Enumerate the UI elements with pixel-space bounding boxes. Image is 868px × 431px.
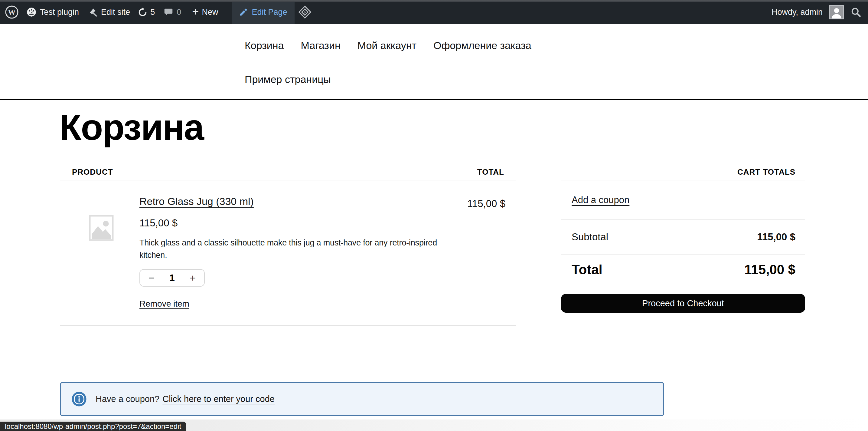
nav-item-checkout[interactable]: Оформление заказа	[433, 40, 531, 52]
wp-admin-bar: W Test plugin	[0, 0, 868, 24]
browser-page: W Test plugin	[0, 0, 868, 431]
admin-bar-test-plugin[interactable]: Test plugin	[27, 0, 79, 24]
info-icon	[72, 392, 87, 406]
plugin-diamond-icon[interactable]	[298, 0, 311, 24]
nav-item-sample-page[interactable]: Пример страницы	[245, 74, 331, 85]
total-row: Total 115,00 $	[561, 255, 805, 285]
howdy-account-menu[interactable]: Howdy, admin	[772, 0, 823, 24]
comment-count: 0	[177, 7, 181, 17]
add-coupon-link[interactable]: Add a coupon	[571, 195, 629, 205]
cart-items-table: PRODUCT TOTAL Retro Glass Jug (330 ml) 1…	[60, 164, 516, 326]
admin-bar-right: Howdy, admin	[772, 0, 868, 24]
update-count: 5	[150, 7, 155, 17]
admin-bar-new[interactable]: + New	[192, 0, 218, 24]
admin-bar-item-label: Test plugin	[40, 7, 79, 17]
total-value: 115,00 $	[744, 262, 796, 277]
nav-item-my-account[interactable]: Мой аккаунт	[358, 40, 416, 52]
remove-item-link[interactable]: Remove item	[140, 299, 189, 309]
product-image-placeholder[interactable]	[89, 215, 114, 241]
status-bar-url: localhost:8080/wp-admin/post.php?post=7&…	[0, 422, 186, 431]
coupon-banner-link[interactable]: Click here to enter your code	[162, 394, 275, 404]
quantity-increase-button[interactable]: +	[188, 273, 197, 283]
site-header: Корзина Магазин Мой аккаунт Оформление з…	[0, 24, 868, 100]
cart-totals-panel: CART TOTALS Add a coupon Subtotal 115,00…	[561, 164, 805, 313]
coupon-notice-banner: Have a coupon? Click here to enter your …	[60, 382, 664, 416]
update-icon	[138, 7, 147, 17]
cart-totals-header: CART TOTALS	[561, 164, 805, 180]
svg-text:W: W	[8, 8, 16, 17]
coupon-banner-text: Have a coupon?	[96, 394, 159, 404]
comment-icon	[164, 7, 173, 17]
plus-icon: +	[192, 6, 199, 17]
product-column-header: PRODUCT	[72, 167, 113, 177]
admin-bar-item-label: Edit Page	[252, 7, 287, 17]
window-top-edge	[0, 0, 868, 2]
admin-bar-item-label: New	[202, 7, 218, 17]
page-title: Корзина	[59, 111, 204, 144]
total-column-header: TOTAL	[477, 167, 504, 177]
main-navigation: Корзина Магазин Мой аккаунт Оформление з…	[245, 38, 531, 87]
admin-bar-comments[interactable]: 0	[164, 0, 181, 24]
admin-bar-item-label: Edit site	[101, 7, 130, 17]
cart-item-row: Retro Glass Jug (330 ml) 115,00 $ Thick …	[60, 180, 516, 326]
product-price: 115,00 $	[140, 217, 178, 229]
subtotal-label: Subtotal	[571, 231, 608, 243]
product-description: Thick glass and a classic silhouette mak…	[140, 237, 442, 261]
cart-totals-title: CART TOTALS	[737, 167, 796, 177]
nav-item-shop[interactable]: Магазин	[301, 40, 341, 52]
avatar[interactable]	[829, 5, 844, 19]
howdy-label: Howdy, admin	[772, 7, 823, 17]
wordpress-logo-icon: W	[5, 5, 19, 19]
quantity-value[interactable]: 1	[169, 272, 175, 284]
subtotal-row: Subtotal 115,00 $	[561, 220, 805, 255]
gauge-icon	[27, 7, 36, 17]
quantity-stepper: − 1 +	[140, 269, 205, 287]
proceed-to-checkout-button[interactable]: Proceed to Checkout	[561, 294, 805, 313]
search-button[interactable]	[850, 0, 861, 24]
quantity-decrease-button[interactable]: −	[147, 273, 156, 283]
total-label: Total	[571, 262, 602, 277]
cart-table-header: PRODUCT TOTAL	[60, 164, 516, 180]
admin-bar-updates[interactable]: 5	[138, 0, 155, 24]
coupon-row: Add a coupon	[561, 180, 805, 220]
subtotal-value: 115,00 $	[757, 231, 796, 243]
line-total-value: 115,00 $	[467, 198, 505, 209]
nav-row-2: Пример страницы	[245, 72, 531, 87]
admin-bar-edit-page[interactable]: Edit Page	[232, 0, 294, 24]
pencil-icon	[239, 7, 248, 17]
product-name-link[interactable]: Retro Glass Jug (330 ml)	[140, 196, 254, 207]
wordpress-logo-menu[interactable]: W	[5, 0, 19, 24]
admin-bar-edit-site[interactable]: Edit site	[88, 0, 130, 24]
search-icon	[850, 7, 861, 18]
nav-row-1: Корзина Магазин Мой аккаунт Оформление з…	[245, 38, 531, 53]
brush-icon	[88, 7, 97, 17]
nav-item-cart[interactable]: Корзина	[245, 40, 284, 52]
